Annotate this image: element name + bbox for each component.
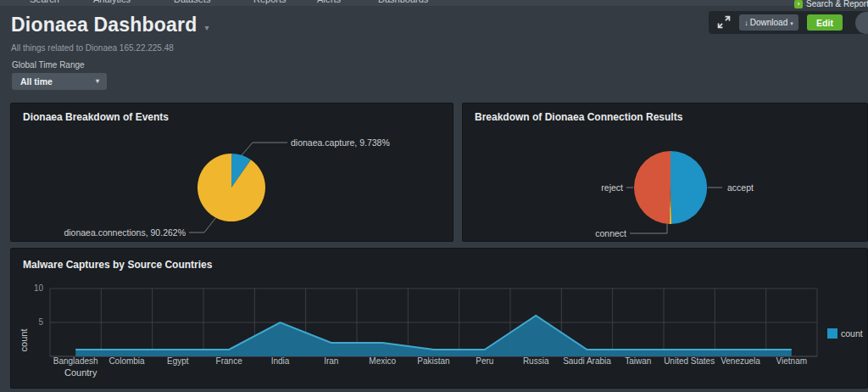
topnav-item-alerts[interactable]: Alerts	[317, 0, 341, 4]
pie-slice[interactable]	[670, 151, 707, 224]
y-axis-title: count	[19, 329, 29, 352]
x-tick-label: Mexico	[369, 356, 396, 366]
time-range-label: Global Time Range	[12, 60, 85, 70]
legend-label[interactable]: count	[841, 328, 863, 339]
pie-slice[interactable]	[634, 151, 670, 224]
app-name-label[interactable]: Search & Reporting	[806, 0, 868, 8]
dashboard-header: Dionaea Dashboard ▾	[11, 14, 209, 36]
fullscreen-button[interactable]	[716, 14, 732, 30]
x-tick-label: Saudi Arabia	[563, 356, 611, 366]
time-range-dropdown[interactable]: All time ▾	[12, 73, 107, 90]
chevron-down-icon: ▾	[790, 20, 793, 26]
topnav-item-reports[interactable]: Reports	[253, 0, 287, 4]
topnav-item-dashboards[interactable]: Dashboards	[378, 0, 428, 4]
x-tick-label: Bangladesh	[53, 356, 98, 366]
legend-swatch[interactable]	[827, 328, 837, 339]
topnav-item-analytics[interactable]: Analytics	[93, 0, 131, 4]
x-tick-label: Egypt	[167, 356, 189, 366]
x-tick-label: Russia	[523, 356, 549, 366]
panel-malware-captures: 510BangladeshColombiaEgyptFranceIndiaIra…	[10, 248, 868, 389]
pie-slice-label: reject	[601, 182, 623, 193]
dashboard-description: All things related to Dionaea 165.22.225…	[11, 43, 174, 53]
title-caret-icon[interactable]: ▾	[204, 23, 209, 32]
pie-label-line	[189, 217, 216, 232]
x-tick-label: Pakistan	[417, 356, 449, 366]
panel-breakdown-of-events: dionaea.capture, 9.738%dionaea.connectio…	[10, 103, 453, 242]
panel-title: Malware Captures by Source Countries	[23, 259, 212, 271]
x-tick-label: Peru	[476, 356, 493, 366]
x-tick-label: India	[271, 356, 290, 366]
pie-slice-label: accept	[727, 182, 754, 193]
edit-button[interactable]: Edit	[807, 14, 843, 31]
x-tick-label: Vietnam	[776, 356, 808, 366]
x-axis-title: Country	[64, 367, 97, 378]
x-tick-label: United States	[664, 356, 715, 366]
pie-label-line	[630, 223, 667, 233]
app-icon[interactable]: ›	[794, 0, 803, 8]
connection-results-pie-chart[interactable]: acceptconnectreject	[463, 104, 867, 241]
panel-connection-results: acceptconnectreject Breakdown of Dionaea…	[462, 103, 868, 242]
download-label: Download	[750, 18, 787, 27]
x-tick-label: Venezuela	[721, 356, 760, 366]
x-tick-label: France	[216, 356, 243, 366]
pie-slice-label: dionaea.capture, 9.738%	[291, 137, 390, 148]
download-icon: ↓	[744, 19, 748, 27]
topnav-item-search[interactable]: Search	[30, 0, 59, 4]
panel-title: Breakdown of Dionaea Connection Results	[475, 111, 682, 123]
top-nav-bar: SearchAnalyticsDatasetsReportsAlertsDash…	[0, 0, 868, 6]
pie-label-line	[242, 143, 287, 155]
x-tick-label: Taiwan	[625, 356, 651, 366]
pie-slice-label: connect	[595, 228, 626, 238]
time-range-value: All time	[20, 76, 53, 87]
events-pie-chart[interactable]: dionaea.capture, 9.738%dionaea.connectio…	[11, 104, 453, 241]
fullscreen-icon	[716, 14, 732, 30]
x-tick-label: Iran	[324, 356, 338, 366]
chevron-down-icon: ▾	[96, 73, 99, 90]
x-tick-label: Colombia	[108, 356, 145, 366]
y-tick-label: 10	[34, 283, 44, 293]
pie-slice[interactable]	[198, 154, 265, 221]
page-title: Dionaea Dashboard	[11, 14, 197, 36]
download-button[interactable]: ↓Download▾	[739, 14, 798, 31]
y-tick-label: 5	[38, 317, 43, 327]
area-series-line	[75, 316, 792, 350]
pie-slice-label: dionaea.connections, 90.262%	[64, 227, 186, 238]
topnav-item-datasets[interactable]: Datasets	[174, 0, 210, 4]
panel-title: Dionaea Breakdown of Events	[23, 111, 169, 123]
